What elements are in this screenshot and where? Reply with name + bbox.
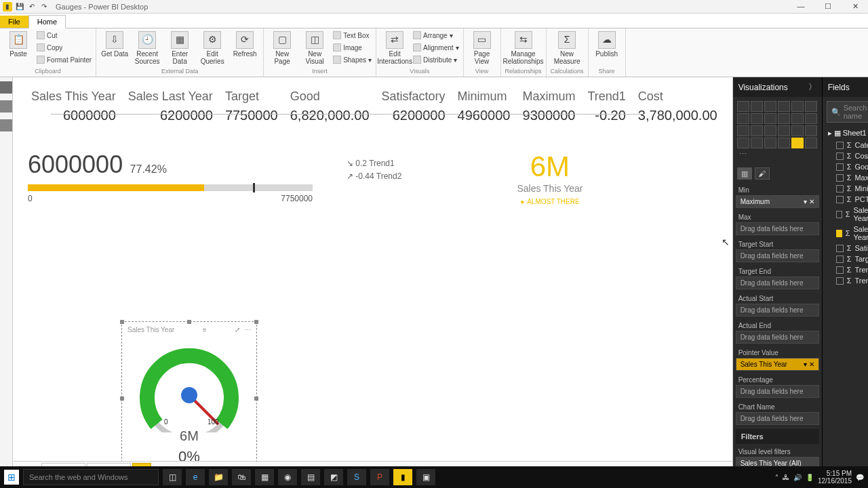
field-item[interactable]: ΣMaximum [825,172,868,183]
cut-button[interactable]: Cut [37,30,92,41]
taskbar-clock[interactable]: 5:15 PM12/16/2015 [818,470,852,485]
undo-icon[interactable]: ↶ [27,2,37,12]
text-box-button[interactable]: Text Box [333,30,372,41]
viz-type[interactable] [764,113,776,124]
well-max[interactable]: Drag data fields here [736,222,819,235]
viz-type[interactable] [737,113,749,124]
get-data-button[interactable]: ⇩Get Data [100,30,129,58]
checkbox-icon[interactable] [836,142,844,149]
field-item[interactable]: ΣCost [825,150,868,161]
table-group[interactable]: ▸ ▦ Sheet1 [825,127,868,140]
distribute-button[interactable]: Distribute▾ [413,54,458,65]
copy-button[interactable]: Copy [37,42,92,53]
field-item[interactable]: ΣSales Last Year [825,205,868,224]
store-icon[interactable]: 🛍 [232,469,251,485]
checkbox-icon[interactable] [836,245,844,252]
app-icon[interactable]: ◩ [324,469,343,485]
viz-type[interactable] [737,138,749,148]
notifications-icon[interactable]: 💬 [856,474,864,481]
refresh-button[interactable]: ⟳Refresh [231,30,259,58]
powerbi-icon[interactable]: ▮ [393,469,412,485]
viz-type[interactable] [737,101,749,112]
viz-type[interactable] [764,101,776,112]
field-item[interactable]: ΣSatisfactory [825,243,868,253]
viz-type[interactable] [764,125,776,136]
fields-tab-icon[interactable]: ▥ [737,167,752,180]
bullet-chart-visual[interactable]: 6000000 77.42% 07750000 [28,150,313,205]
explorer-icon[interactable]: 📁 [209,469,228,485]
checkbox-icon[interactable] [836,230,842,237]
field-item[interactable]: ΣTrend1 [825,264,868,275]
field-item[interactable]: ΣCategory [825,140,868,150]
viz-type[interactable] [805,125,817,136]
well-target-end[interactable]: Drag data fields here [736,277,819,289]
data-table-visual[interactable]: Sales This Year6000000 Sales Last Year62… [31,89,717,123]
viz-type[interactable] [751,138,763,148]
checkbox-icon[interactable] [836,163,844,171]
taskbar-search[interactable]: Search the web and Windows [23,469,159,485]
maximize-button[interactable]: ☐ [818,2,838,11]
redo-icon[interactable]: ↷ [39,2,49,12]
edit-queries-button[interactable]: ⚙Edit Queries [198,30,226,65]
app-icon[interactable]: ▦ [255,469,274,485]
report-canvas[interactable]: ↖ Sales This Year6000000 Sales Last Year… [13,77,732,461]
field-search[interactable]: 🔍Search by name [827,101,868,123]
tray-chevron-icon[interactable]: ˄ [775,474,778,481]
checkbox-icon[interactable] [836,211,842,218]
new-page-button[interactable]: ▢New Page [268,30,296,65]
gauge-visual[interactable]: Sales This Year ≡ ⤢⋯ 0 100 [121,321,257,461]
viz-type-gauge[interactable] [791,138,804,148]
checkbox-icon[interactable] [836,196,844,203]
field-item[interactable]: ΣGood [825,161,868,172]
alignment-button[interactable]: Alignment▾ [413,42,458,53]
file-tab[interactable]: File [0,16,28,28]
image-button[interactable]: Image [333,42,372,53]
paste-button[interactable]: 📋Paste [4,30,33,58]
home-tab[interactable]: Home [28,15,66,28]
well-chart-name[interactable]: Drag data fields here [736,412,819,425]
edge-icon[interactable]: e [186,469,205,485]
field-item[interactable]: ΣTarget [825,253,868,264]
field-item[interactable]: ΣPCT [825,194,868,205]
checkbox-icon[interactable] [836,277,844,285]
viz-type[interactable] [778,101,790,112]
viz-type[interactable] [751,113,763,124]
viz-type[interactable] [751,101,763,112]
well-min[interactable]: Maximum▾ ✕ [736,195,819,208]
well-pointer-value[interactable]: Sales This Year▾ ✕ [736,358,819,371]
well-actual-start[interactable]: Drag data fields here [736,304,819,317]
new-measure-button[interactable]: ΣNew Measure [553,30,581,65]
close-button[interactable]: ✕ [845,2,865,11]
viz-type[interactable] [778,113,790,124]
well-target-start[interactable]: Drag data fields here [736,249,819,262]
checkbox-icon[interactable] [836,174,844,182]
shapes-button[interactable]: Shapes▾ [333,54,372,65]
manage-relationships-button[interactable]: ⇆Manage Relationships [509,30,538,65]
viz-type[interactable] [791,125,804,136]
viz-type[interactable] [805,101,817,112]
focus-icon[interactable]: ⤢ [235,326,240,333]
viz-type[interactable] [751,125,763,136]
viz-type[interactable] [805,138,817,148]
checkbox-icon[interactable] [836,266,844,274]
recent-sources-button[interactable]: 🕘Recent Sources [133,30,161,65]
start-button[interactable]: ⊞ [4,470,19,485]
viz-type[interactable] [805,113,817,124]
checkbox-icon[interactable] [836,256,844,263]
format-painter-button[interactable]: Format Painter [37,54,92,65]
save-icon[interactable]: 💾 [15,2,24,12]
enter-data-button[interactable]: ▦Enter Data [165,30,194,65]
viz-type[interactable] [737,125,749,136]
checkbox-icon[interactable] [836,185,844,192]
viz-type[interactable] [778,138,790,148]
skype-icon[interactable]: S [347,469,366,485]
viz-type[interactable] [791,101,804,112]
task-view-icon[interactable]: ◫ [163,469,182,485]
checkbox-icon[interactable] [836,152,844,160]
publish-button[interactable]: ☁Publish [593,30,621,58]
data-view-icon[interactable] [0,100,12,113]
field-item[interactable]: ΣMinimum [825,183,868,194]
report-view-icon[interactable] [0,81,12,94]
kpi-card-visual[interactable]: 6M Sales This Year ALMOST THERE [517,150,583,205]
more-icon[interactable]: ⋯ [244,326,251,333]
